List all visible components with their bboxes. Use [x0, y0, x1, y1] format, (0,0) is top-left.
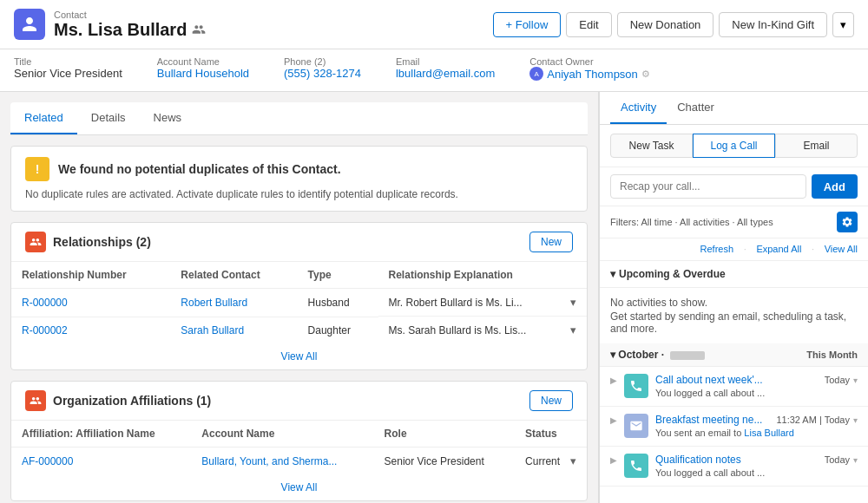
- owner-avatar: A: [529, 67, 543, 81]
- tab-chatter[interactable]: Chatter: [667, 92, 725, 124]
- warning-icon: !: [25, 157, 49, 181]
- log-call-button[interactable]: Log a Call: [693, 134, 775, 158]
- contact-name: Ms. Lisa Bullard: [54, 20, 206, 40]
- activity-content: Breakfast meeting ne... 11:32 AM | Today…: [655, 414, 858, 439]
- affiliations-title: Organization Affiliations (1): [25, 390, 211, 411]
- expand-icon[interactable]: ▶: [610, 415, 617, 425]
- affiliations-view-all-link[interactable]: View All: [281, 481, 318, 493]
- upcoming-section[interactable]: ▾ Upcoming & Overdue: [600, 261, 868, 288]
- view-all-link[interactable]: View All: [825, 244, 858, 254]
- duplicate-card: ! We found no potential duplicates of th…: [10, 146, 588, 212]
- tab-related[interactable]: Related: [10, 102, 77, 134]
- new-donation-button[interactable]: New Donation: [617, 12, 714, 37]
- october-header: ▾ October ·: [610, 349, 705, 361]
- activity-subtitle: You logged a call about ...: [655, 467, 765, 478]
- col-type: Type: [298, 262, 378, 289]
- tab-details[interactable]: Details: [77, 102, 140, 134]
- rel-contact: Robert Bullard: [170, 289, 297, 317]
- header-info: Contact Ms. Lisa Bullard: [54, 10, 206, 40]
- email-label: Email: [396, 56, 495, 67]
- relationships-card: Relationships (2) New Relationship Numbe…: [10, 222, 588, 370]
- filters-text: Filters: All time · All activities · All…: [610, 217, 773, 227]
- tab-news[interactable]: News: [140, 102, 196, 134]
- activity-dropdown-button[interactable]: ▾: [853, 415, 858, 425]
- settings-icon[interactable]: [837, 212, 858, 232]
- activity-time: Today: [825, 454, 850, 465]
- october-label: October ·: [618, 349, 664, 361]
- header-left: Contact Ms. Lisa Bullard: [14, 9, 206, 40]
- phone-link[interactable]: (555) 328-1274: [284, 67, 361, 80]
- affiliations-card: Organization Affiliations (1) New Affili…: [10, 381, 588, 501]
- relationships-new-button[interactable]: New: [529, 232, 573, 252]
- activity-title[interactable]: Qualification notes: [655, 454, 741, 466]
- list-item[interactable]: ▶ Breakfast meeting ne... 11:32 AM | Tod…: [600, 407, 868, 447]
- follow-button[interactable]: + Follow: [493, 12, 562, 37]
- list-item[interactable]: ▶ Qualification notes Today ▾ You logged…: [600, 447, 868, 487]
- duplicate-body: No duplicate rules are activated. Activa…: [25, 188, 573, 200]
- rel-type: Husband: [298, 289, 378, 317]
- contact-bar: Title Senior Vice President Account Name…: [0, 49, 868, 92]
- activity-subtitle: You sent an email to Lisa Bullard: [655, 428, 794, 438]
- activity-content: Call about next week'... Today ▾ You log…: [655, 374, 858, 399]
- aff-account: Bullard, Yount, and Sherma...: [191, 447, 373, 475]
- activity-title[interactable]: Call about next week'...: [655, 374, 763, 386]
- rel-explanation: Mr. Robert Bullard is Ms. Li... ▾: [378, 289, 587, 317]
- email-button[interactable]: Email: [775, 134, 858, 158]
- new-in-kind-button[interactable]: New In-Kind Gift: [719, 12, 827, 37]
- duplicate-title: We found no potential duplicates of this…: [58, 162, 341, 176]
- duplicate-warning: ! We found no potential duplicates of th…: [11, 147, 587, 211]
- activity-tabs: Activity Chatter: [600, 92, 868, 125]
- phone-field: Phone (2) (555) 328-1274: [284, 56, 361, 81]
- refresh-link[interactable]: Refresh: [700, 244, 734, 254]
- recap-input[interactable]: [610, 174, 806, 199]
- new-task-button[interactable]: New Task: [610, 134, 693, 158]
- tab-activity[interactable]: Activity: [610, 92, 667, 124]
- october-chevron: ▾: [610, 349, 618, 361]
- relationships-view-all-link[interactable]: View All: [281, 350, 318, 363]
- owner-link[interactable]: Aniyah Thompson: [547, 68, 638, 81]
- upcoming-chevron: ▾: [610, 268, 615, 280]
- more-actions-button[interactable]: ▾: [832, 12, 854, 37]
- main-layout: Related Details News ! We found no poten…: [0, 92, 868, 503]
- activity-dropdown-button[interactable]: ▾: [853, 455, 858, 465]
- title-label: Title: [14, 56, 122, 67]
- activity-type-icon: [624, 454, 648, 478]
- activity-links: Refresh · Expand All · View All: [600, 238, 868, 261]
- rel-type: Daughter: [298, 317, 378, 343]
- expand-icon[interactable]: ▶: [610, 376, 617, 385]
- phone-label: Phone (2): [284, 56, 361, 67]
- table-row: R-000002 Sarah Bullard Daughter Ms. Sara…: [11, 317, 587, 343]
- activity-time: Today: [825, 375, 850, 385]
- october-blurred: [670, 351, 705, 360]
- col-relationship-number: Relationship Number: [11, 262, 170, 289]
- owner-settings-icon: ⚙: [641, 69, 650, 80]
- list-item[interactable]: ▶ Call about next week'... Today ▾ You l…: [600, 367, 868, 407]
- email-field: Email lbullard@email.com: [396, 56, 495, 81]
- relationships-table-header: Relationship Number Related Contact Type…: [11, 262, 587, 289]
- related-tabs: Related Details News: [10, 102, 588, 135]
- affiliations-title-text: Organization Affiliations (1): [53, 394, 211, 408]
- affiliations-view-all: View All: [11, 474, 587, 500]
- activity-dropdown-button[interactable]: ▾: [853, 376, 858, 385]
- october-section: ▾ October · This Month: [600, 343, 868, 367]
- account-label: Account Name: [157, 56, 249, 67]
- no-activities: No activities to show. Get started by se…: [600, 288, 868, 343]
- add-button[interactable]: Add: [812, 174, 858, 199]
- activity-title[interactable]: Breakfast meeting ne...: [655, 414, 762, 426]
- email-link[interactable]: lbullard@email.com: [396, 67, 495, 80]
- title-value: Senior Vice President: [14, 67, 122, 80]
- relationships-header: Relationships (2) New: [11, 223, 587, 262]
- edit-button[interactable]: Edit: [566, 12, 611, 37]
- activity-action-buttons: New Task Log a Call Email: [600, 125, 868, 167]
- activity-items: ▶ Call about next week'... Today ▾ You l…: [600, 367, 868, 487]
- col-status: Status: [515, 421, 587, 447]
- expand-all-link[interactable]: Expand All: [756, 244, 801, 254]
- account-link[interactable]: Bullard Household: [157, 67, 249, 80]
- expand-icon[interactable]: ▶: [610, 455, 617, 465]
- activity-type-icon: [624, 374, 648, 398]
- record-type-label: Contact: [54, 10, 206, 20]
- activity-link[interactable]: Lisa Bullard: [744, 428, 793, 438]
- affiliations-new-button[interactable]: New: [529, 390, 573, 411]
- upcoming-label: Upcoming & Overdue: [619, 268, 858, 280]
- left-panel: Related Details News ! We found no poten…: [0, 92, 599, 503]
